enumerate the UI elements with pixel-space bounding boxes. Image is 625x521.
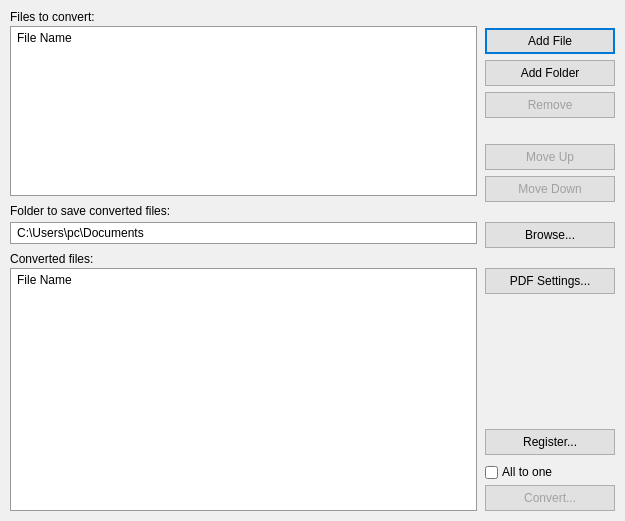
browse-section: Browse...	[485, 222, 615, 248]
main-container: Files to convert: File Name Folder to sa…	[0, 0, 625, 521]
right-middle-buttons: Move Up Move Down	[485, 144, 615, 202]
pdf-settings-section: PDF Settings...	[485, 268, 615, 294]
move-down-button[interactable]: Move Down	[485, 176, 615, 202]
left-panel: Files to convert: File Name Folder to sa…	[10, 10, 477, 511]
converted-file-name-header: File Name	[17, 273, 72, 287]
files-to-convert-list[interactable]: File Name	[10, 26, 477, 196]
folder-label: Folder to save converted files:	[10, 204, 477, 218]
all-to-one-checkbox[interactable]	[485, 466, 498, 479]
remove-button[interactable]: Remove	[485, 92, 615, 118]
convert-button[interactable]: Convert...	[485, 485, 615, 511]
register-button[interactable]: Register...	[485, 429, 615, 455]
file-name-column-header: File Name	[17, 31, 72, 45]
add-folder-button[interactable]: Add Folder	[485, 60, 615, 86]
add-file-button[interactable]: Add File	[485, 28, 615, 54]
right-bottom-section: Register... All to one Convert...	[485, 429, 615, 511]
folder-path-input[interactable]	[10, 222, 477, 244]
section-converted: Converted files: File Name	[10, 252, 477, 511]
all-to-one-row: All to one	[485, 465, 615, 479]
right-panel: Add File Add Folder Remove Move Up Move …	[485, 10, 615, 511]
browse-button[interactable]: Browse...	[485, 222, 615, 248]
pdf-settings-button[interactable]: PDF Settings...	[485, 268, 615, 294]
converted-files-label: Converted files:	[10, 252, 477, 266]
section-folder: Folder to save converted files:	[10, 204, 477, 244]
all-to-one-label: All to one	[502, 465, 552, 479]
section-files-to-convert: Files to convert: File Name	[10, 10, 477, 196]
converted-files-list[interactable]: File Name	[10, 268, 477, 511]
files-to-convert-label: Files to convert:	[10, 10, 477, 24]
move-up-button[interactable]: Move Up	[485, 144, 615, 170]
right-top-buttons: Add File Add Folder Remove	[485, 28, 615, 118]
